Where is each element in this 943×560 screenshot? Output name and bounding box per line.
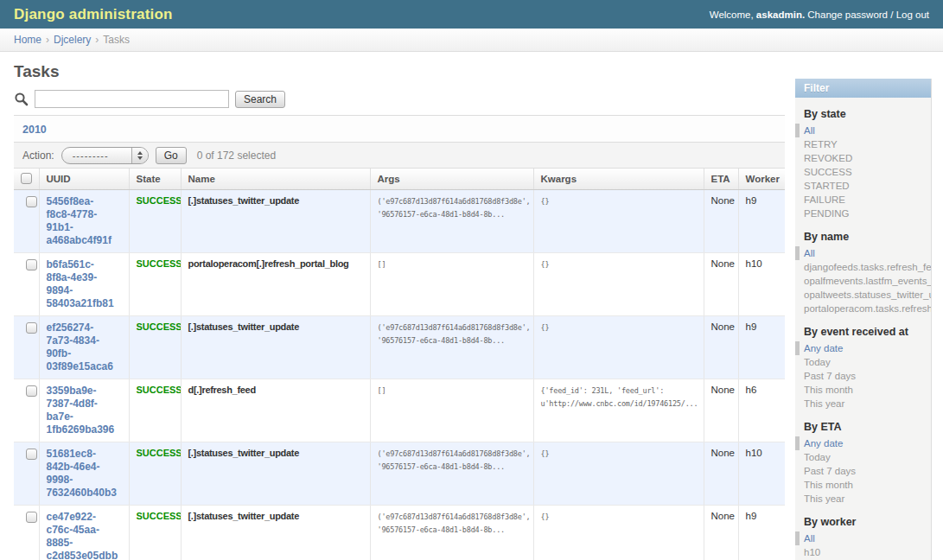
column-header-uuid[interactable]: UUID — [39, 169, 129, 190]
task-kwargs: {} — [533, 190, 704, 253]
changelist-module: 2010 Action: --------- Go 0 of 172 selec… — [14, 115, 785, 560]
search-icon — [14, 92, 29, 106]
column-header-kwargs[interactable]: Kwargs — [533, 169, 704, 190]
column-header-eta[interactable]: ETA — [704, 169, 738, 190]
state-badge: SUCCESS — [137, 385, 182, 395]
breadcrumb-app-link[interactable]: Djcelery — [54, 34, 91, 46]
site-brand: Django administration — [14, 6, 173, 23]
breadcrumb-home-link[interactable]: Home — [14, 34, 41, 46]
filter-item-all[interactable]: All — [795, 246, 931, 260]
action-select-value: --------- — [62, 150, 131, 161]
select-all-checkbox[interactable] — [21, 173, 32, 184]
filter-title: Filter — [795, 79, 931, 98]
filter-item-retry[interactable]: RETRY — [804, 137, 931, 151]
filter-section-by-eta: By ETA Any date Today Past 7 days This m… — [795, 421, 931, 506]
select-all-header — [14, 169, 39, 190]
state-badge: SUCCESS — [137, 195, 182, 206]
filter-item-today[interactable]: Today — [804, 355, 931, 369]
uuid-link[interactable]: b6fa561c- 8f8a-4e39- 9894- 58403a21fb81 — [47, 258, 125, 310]
row-checkbox[interactable] — [26, 449, 37, 460]
task-args: ('e97c687d13d87f614a6d81768d8f3d8e', '96… — [370, 506, 533, 560]
filter-section-title: By event received at — [804, 326, 922, 338]
filter-item-this-year[interactable]: This year — [804, 397, 931, 410]
breadcrumb: Home › Djcelery › Tasks — [0, 29, 943, 52]
table-row: b6fa561c- 8f8a-4e39- 9894- 58403a21fb81 … — [14, 253, 785, 316]
uuid-link[interactable]: 51681ec8- 842b-46e4- 9998- 7632460b40b3 — [47, 448, 125, 500]
state-badge: SUCCESS — [137, 511, 182, 521]
row-checkbox[interactable] — [26, 322, 37, 334]
tools-separator: / — [890, 10, 893, 20]
welcome-text: Welcome, — [710, 10, 754, 20]
change-password-link[interactable]: Change password — [807, 10, 888, 20]
user-tools: Welcome, askadmin. Change password / Log… — [710, 10, 929, 20]
filter-item-past7days[interactable]: Past 7 days — [804, 369, 931, 383]
task-kwargs: {} — [533, 442, 704, 506]
row-checkbox[interactable] — [26, 385, 37, 397]
task-worker: h10 — [738, 253, 785, 316]
search-button[interactable]: Search — [235, 91, 285, 108]
task-kwargs: {} — [533, 316, 704, 379]
filter-item-today[interactable]: Today — [804, 450, 931, 464]
filter-item-this-month[interactable]: This month — [804, 383, 931, 397]
task-worker: h9 — [738, 506, 785, 560]
filter-item-task-name[interactable]: opalfmevents.lastfm_events_update — [804, 274, 931, 288]
task-worker: h9 — [738, 190, 785, 253]
row-checkbox[interactable] — [26, 196, 37, 207]
filter-item-task-name[interactable]: opaltweets.statuses_twitter_update — [804, 288, 931, 302]
filter-item-all[interactable]: All — [795, 124, 931, 137]
filter-item-all[interactable]: All — [795, 531, 931, 545]
filter-item-worker-h10[interactable]: h10 — [804, 545, 931, 559]
task-name: [.]statuses_twitter_update — [181, 506, 370, 560]
uuid-link[interactable]: ef256274- 7a73-4834- 90fb- 03f89e15aca6 — [47, 321, 125, 373]
go-button[interactable]: Go — [156, 147, 187, 164]
table-header-row: UUID State Name Args Kwargs ETA Worker — [14, 169, 785, 190]
task-name: portaloperacom[.]refresh_portal_blog — [181, 253, 370, 316]
state-badge: SUCCESS — [137, 321, 182, 332]
filter-item-started[interactable]: STARTED — [804, 179, 931, 193]
uuid-link[interactable]: 5456f8ea- f8c8-4778- 91b1- a468abc4f91f — [47, 195, 125, 247]
filter-item-task-name[interactable]: djangofeeds.tasks.refresh_feeds — [804, 260, 931, 274]
state-badge: SUCCESS — [137, 258, 182, 269]
search-input[interactable] — [35, 90, 229, 108]
column-header-state[interactable]: State — [129, 169, 181, 190]
filter-item-pending[interactable]: PENDING — [804, 207, 931, 220]
task-eta: None — [704, 379, 738, 442]
filter-item-this-year[interactable]: This year — [804, 492, 931, 506]
date-hierarchy-year-link[interactable]: 2010 — [22, 124, 47, 136]
filter-section-title: By worker — [804, 516, 922, 528]
filter-item-past7days[interactable]: Past 7 days — [804, 464, 931, 478]
filter-item-failure[interactable]: FAILURE — [804, 193, 931, 207]
filter-section-title: By name — [804, 231, 922, 243]
row-checkbox[interactable] — [26, 259, 37, 270]
uuid-link[interactable]: 3359ba9e- 7387-4d8f- ba7e- 1fb6269ba396 — [47, 385, 125, 436]
filter-item-this-month[interactable]: This month — [804, 478, 931, 492]
filter-item-task-name[interactable]: portaloperacom.tasks.refresh_portal_blog — [804, 302, 931, 315]
table-row: 3359ba9e- 7387-4d8f- ba7e- 1fb6269ba396 … — [14, 379, 785, 442]
task-eta: None — [704, 506, 738, 560]
filter-item-success[interactable]: SUCCESS — [804, 165, 931, 179]
task-args: ('e97c687d13d87f614a6d81768d8f3d8e', '96… — [370, 190, 533, 253]
uuid-link[interactable]: ce47e922- c76c-45aa- 8885- c2d853e05dbb — [47, 511, 125, 560]
filter-panel: Filter By state All RETRY REVOKED SUCCES… — [795, 79, 932, 560]
breadcrumb-current: Tasks — [103, 34, 130, 46]
task-eta: None — [704, 253, 738, 316]
logout-link[interactable]: Log out — [896, 10, 929, 20]
table-row: ce47e922- c76c-45aa- 8885- c2d853e05dbb … — [14, 506, 785, 560]
task-worker: h9 — [738, 316, 785, 379]
filter-section-title: By state — [804, 108, 922, 120]
table-row: 5456f8ea- f8c8-4778- 91b1- a468abc4f91f … — [14, 190, 785, 253]
column-header-worker[interactable]: Worker — [738, 169, 785, 190]
action-select[interactable]: --------- — [61, 147, 149, 164]
task-eta: None — [704, 442, 738, 506]
row-checkbox[interactable] — [26, 512, 37, 523]
filter-item-any-date[interactable]: Any date — [795, 341, 931, 355]
column-header-name[interactable]: Name — [181, 169, 370, 190]
filter-section-title: By ETA — [804, 421, 922, 433]
task-worker: h6 — [738, 379, 785, 442]
filter-item-any-date[interactable]: Any date — [795, 436, 931, 450]
filter-section-by-name: By name All djangofeeds.tasks.refresh_fe… — [795, 231, 931, 315]
username: askadmin. — [756, 10, 805, 20]
column-header-args[interactable]: Args — [370, 169, 533, 190]
filter-item-revoked[interactable]: REVOKED — [804, 151, 931, 165]
action-label: Action: — [22, 150, 54, 162]
